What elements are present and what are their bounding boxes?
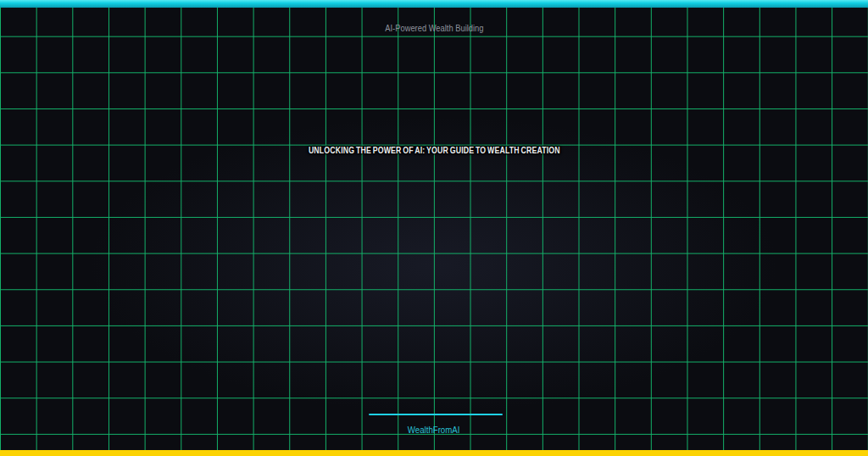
page-title-label: UNLOCKING THE POWER OF AI: YOUR GUIDE TO… <box>309 145 560 156</box>
kicker-label: AI-Powered Wealth Building <box>385 22 483 34</box>
brand-label: WealthFromAI <box>408 424 460 436</box>
top-accent-bar <box>0 0 868 8</box>
hero-grid-background: AI-Powered Wealth Building UNLOCKING THE… <box>0 0 868 456</box>
divider-line <box>369 414 503 415</box>
brand-text: WealthFromAI <box>0 424 868 436</box>
bottom-accent-bar <box>0 450 868 456</box>
page-title: UNLOCKING THE POWER OF AI: YOUR GUIDE TO… <box>0 145 868 156</box>
kicker-text: AI-Powered Wealth Building <box>0 22 868 34</box>
